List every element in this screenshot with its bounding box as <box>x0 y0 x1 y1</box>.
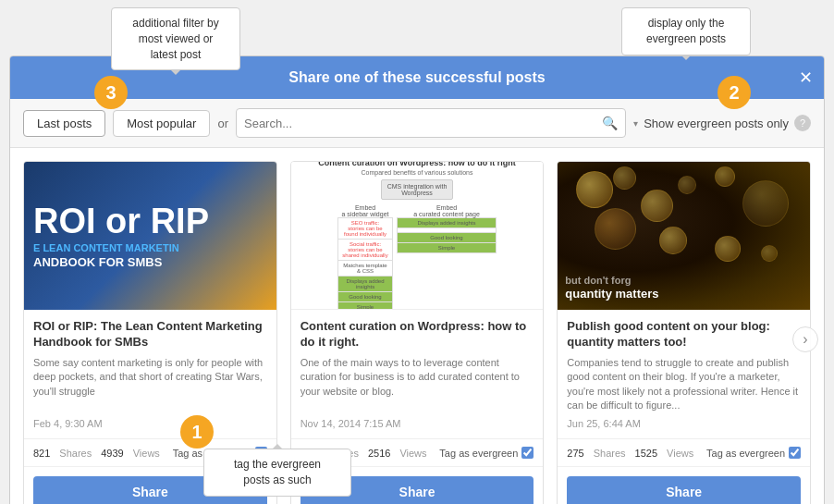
search-wrapper: 🔍 <box>236 108 626 138</box>
curation-chart-area: Embeda sidebar widget SEO traffic:storie… <box>337 204 497 310</box>
bubbles-text: but don't forg quantity matters <box>565 274 803 302</box>
sidebar-widget: Embeda sidebar widget SEO traffic:storie… <box>337 204 393 310</box>
search-button[interactable]: 🔍 <box>602 116 618 130</box>
evergreen-tooltip-text: display only the evergreen posts <box>646 17 726 45</box>
filter-or-label: or <box>217 117 228 130</box>
roi-subtitle: E LEAN CONTENT MARKETIN <box>33 242 267 253</box>
share-button-bubbles[interactable]: Share <box>567 476 801 504</box>
post-image-roi: ROI or RIP E LEAN CONTENT MARKETIN ANDBO… <box>24 162 276 310</box>
shares-label-roi: Shares <box>59 448 92 459</box>
post-excerpt-curation: One of the main ways to to leverage cont… <box>300 356 534 413</box>
shares-bubbles: 275 <box>567 448 583 459</box>
modal-close-button[interactable]: ✕ <box>799 69 813 86</box>
shares-roi: 821 <box>33 448 50 459</box>
post-content-roi: ROI or RIP: The Lean Content Marketing H… <box>24 310 276 438</box>
post-date-roi: Feb 4, 9:30 AM <box>33 418 267 429</box>
tag-tooltip-text: tag the evergreen posts as such <box>234 458 321 486</box>
curation-table-right: Embeda curated content page Displays add… <box>397 204 497 310</box>
modal-title: Share one of these successful posts <box>288 69 545 85</box>
filter-tooltip-text: additional filter by most viewed or late… <box>132 17 218 61</box>
tag-evergreen-curation: Tag as evergreen <box>439 447 534 459</box>
curation-table-left: SEO traffic:stories can be found individ… <box>337 217 393 310</box>
post-image-curation: Content curation on Wordpress: how to do… <box>291 162 544 310</box>
post-image-bubbles: but don't forg quantity matters <box>558 162 810 310</box>
evergreen-filter: ▾ Show evergreen posts only ? <box>633 115 811 131</box>
views-label-roi: Views <box>133 448 160 459</box>
post-stats-bubbles: 275 Shares 1525 Views Tag as evergreen <box>558 438 810 466</box>
last-posts-button[interactable]: Last posts <box>23 110 105 137</box>
circle-3: 3 <box>94 76 128 109</box>
tag-evergreen-label-curation: Tag as evergreen <box>439 448 518 459</box>
views-roi: 4939 <box>101 448 123 459</box>
filter-tooltip: additional filter by most viewed or late… <box>111 7 240 70</box>
tag-evergreen-checkbox-curation[interactable] <box>521 447 534 459</box>
post-excerpt-bubbles: Companies tend to struggle to create and… <box>567 356 801 413</box>
cms-box: CMS integration withWordpress <box>381 179 454 200</box>
post-date-bubbles: Jun 25, 6:44 AM <box>567 418 801 429</box>
tag-evergreen-label-bubbles: Tag as evergreen <box>706 448 785 459</box>
tag-evergreen-bubbles: Tag as evergreen <box>706 447 801 459</box>
posts-grid: ROI or RIP E LEAN CONTENT MARKETIN ANDBO… <box>10 148 824 504</box>
post-card-bubbles: but don't forg quantity matters Publish … <box>557 161 811 504</box>
tag-tooltip: tag the evergreen posts as such <box>203 449 351 497</box>
views-bubbles: 1525 <box>635 448 657 459</box>
circle-1: 1 <box>180 415 214 449</box>
post-date-curation: Nov 14, 2014 7:15 AM <box>300 418 534 429</box>
post-title-curation: Content curation on Wordpress: how to do… <box>300 319 534 350</box>
roi-rip-text: ROI or RIP <box>33 203 267 239</box>
post-content-bubbles: Publish good content on your blog: quant… <box>558 310 810 438</box>
post-excerpt-roi: Some say content marketing is only for p… <box>33 356 267 413</box>
roi-handbook: ANDBOOK FOR SMBs <box>33 255 267 269</box>
modal: Share one of these successful posts ✕ La… <box>9 55 825 504</box>
views-label-curation: Views <box>399 448 426 459</box>
tag-evergreen-checkbox-bubbles[interactable] <box>789 447 801 459</box>
chevron-down-icon: ▾ <box>633 118 638 129</box>
circle-2: 2 <box>717 76 751 109</box>
filter-bar: Last posts Most popular or 🔍 ▾ Show ever… <box>10 99 824 148</box>
shares-label-bubbles: Shares <box>594 448 626 459</box>
post-title-bubbles: Publish good content on your blog: quant… <box>567 319 801 350</box>
views-curation: 2516 <box>368 448 390 459</box>
search-input[interactable] <box>244 117 602 130</box>
help-icon[interactable]: ? <box>794 115 811 131</box>
post-title-roi: ROI or RIP: The Lean Content Marketing H… <box>33 319 267 350</box>
show-evergreen-label: Show evergreen posts only <box>644 117 789 130</box>
most-popular-button[interactable]: Most popular <box>113 110 210 137</box>
curation-chart-title: Content curation on Wordpress: how to do… <box>318 162 515 167</box>
next-arrow-button[interactable]: › <box>792 326 818 352</box>
post-footer-bubbles: Share <box>558 466 810 504</box>
views-label-bubbles: Views <box>667 448 693 459</box>
evergreen-tooltip: display only the evergreen posts <box>621 7 751 55</box>
post-content-curation: Content curation on Wordpress: how to do… <box>291 310 544 438</box>
curation-chart-subtitle: Compared benefits of various solutions <box>362 169 473 176</box>
